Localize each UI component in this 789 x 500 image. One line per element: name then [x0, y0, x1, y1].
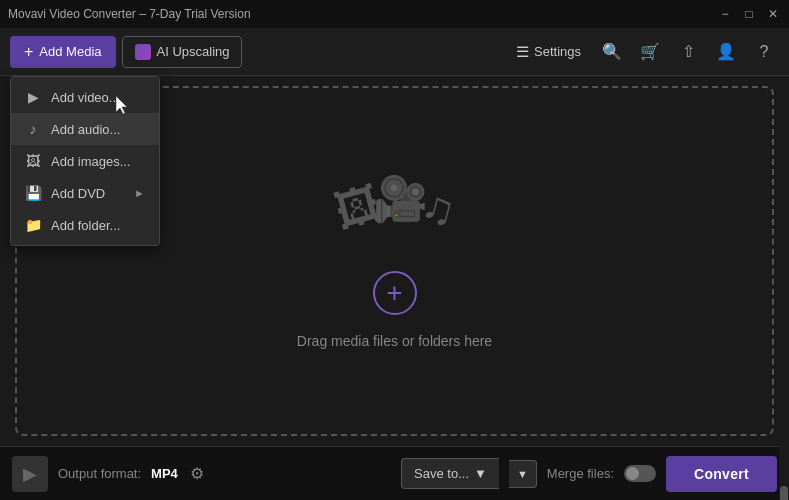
add-media-button[interactable]: + Add Media: [10, 36, 116, 68]
output-thumbnail: ▶: [12, 456, 48, 492]
media-icon-group: 🖼 🎥 ♫: [335, 173, 455, 253]
help-icon: ?: [760, 43, 769, 61]
plus-icon: +: [24, 43, 33, 61]
add-folder-item[interactable]: 📁 Add folder...: [11, 209, 159, 241]
convert-button[interactable]: Convert: [666, 456, 777, 492]
account-icon: 👤: [716, 42, 736, 61]
settings-button[interactable]: ☰ Settings: [508, 38, 589, 66]
add-audio-item[interactable]: ♪ Add audio...: [11, 113, 159, 145]
cart-button[interactable]: 🛒: [635, 37, 665, 67]
maximize-button[interactable]: □: [741, 6, 757, 22]
save-to-button[interactable]: Save to... ▼: [401, 458, 499, 489]
drag-drop-text: Drag media files or folders here: [297, 333, 492, 349]
toolbar-right: ☰ Settings 🔍 🛒 ⇧ 👤 ?: [508, 37, 779, 67]
search-icon: 🔍: [602, 42, 622, 61]
title-bar-title: Movavi Video Converter – 7-Day Trial Ver…: [8, 7, 251, 21]
add-video-item[interactable]: ▶ Add video...: [11, 81, 159, 113]
ai-icon: [135, 44, 151, 60]
add-dvd-label: Add DVD: [51, 186, 105, 201]
add-icon: +: [386, 277, 402, 309]
folder-icon: 📁: [25, 217, 41, 233]
add-audio-label: Add audio...: [51, 122, 120, 137]
help-button[interactable]: ?: [749, 37, 779, 67]
merge-files-toggle[interactable]: [624, 465, 656, 482]
dropdown-arrow-icon: ▼: [474, 466, 487, 481]
merge-files-label: Merge files:: [547, 466, 614, 481]
title-bar-controls: − □ ✕: [717, 6, 781, 22]
add-images-item[interactable]: 🖼 Add images...: [11, 145, 159, 177]
minimize-button[interactable]: −: [717, 6, 733, 22]
scrollbar[interactable]: [779, 152, 789, 500]
output-format-label: Output format:: [58, 466, 141, 481]
scrollbar-thumb[interactable]: [780, 486, 788, 500]
video-icon: ▶: [25, 89, 41, 105]
add-dvd-item[interactable]: 💾 Add DVD ►: [11, 177, 159, 209]
gear-icon: ⚙: [190, 465, 204, 482]
share-icon: ⇧: [682, 42, 695, 61]
close-button[interactable]: ✕: [765, 6, 781, 22]
toolbar: + Add Media AI Upscaling ☰ Settings 🔍 🛒 …: [0, 28, 789, 76]
bottom-bar: ▶ Output format: MP4 ⚙ Save to... ▼ ▼ Me…: [0, 446, 789, 500]
audio-icon: ♪: [25, 121, 41, 137]
cart-icon: 🛒: [640, 42, 660, 61]
dropdown-menu: ▶ Add video... ♪ Add audio... 🖼 Add imag…: [10, 76, 160, 246]
film-icon: 🎥: [373, 173, 428, 225]
add-images-label: Add images...: [51, 154, 131, 169]
add-video-label: Add video...: [51, 90, 120, 105]
ai-upscaling-button[interactable]: AI Upscaling: [122, 36, 243, 68]
submenu-arrow-icon: ►: [134, 187, 145, 199]
save-to-dropdown-button[interactable]: ▼: [509, 460, 537, 488]
add-circle-button[interactable]: +: [373, 271, 417, 315]
output-format-value: MP4: [151, 466, 178, 481]
images-icon: 🖼: [25, 153, 41, 169]
format-settings-button[interactable]: ⚙: [188, 462, 206, 485]
settings-icon: ☰: [516, 43, 529, 61]
toggle-thumb: [626, 467, 639, 480]
search-button[interactable]: 🔍: [597, 37, 627, 67]
title-bar: Movavi Video Converter – 7-Day Trial Ver…: [0, 0, 789, 28]
add-folder-label: Add folder...: [51, 218, 120, 233]
dvd-icon: 💾: [25, 185, 41, 201]
account-button[interactable]: 👤: [711, 37, 741, 67]
share-button[interactable]: ⇧: [673, 37, 703, 67]
